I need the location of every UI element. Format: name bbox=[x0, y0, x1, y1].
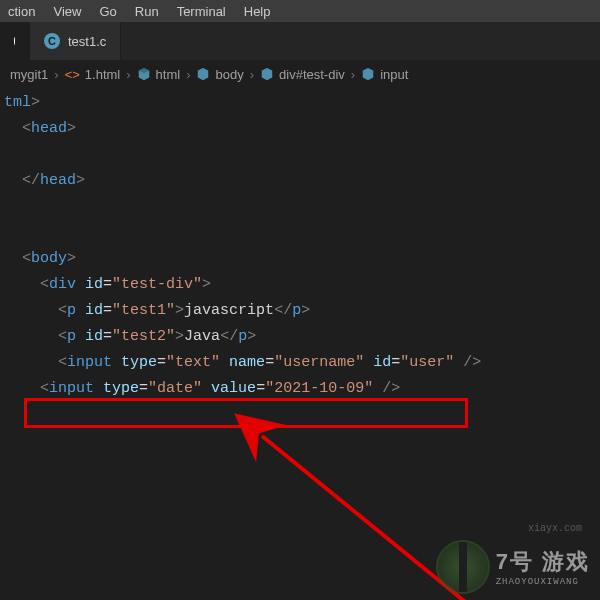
code-line: tml> bbox=[4, 90, 600, 116]
breadcrumb-segment[interactable]: <> 1.html bbox=[65, 67, 121, 82]
menu-item[interactable]: Terminal bbox=[177, 4, 226, 19]
code-line-highlighted: <input type="date" value="2021-10-09" /> bbox=[4, 376, 600, 402]
breadcrumb-segment[interactable]: html bbox=[137, 67, 181, 82]
menu-item[interactable]: Run bbox=[135, 4, 159, 19]
tab-label: test1.c bbox=[68, 34, 106, 49]
file-icon: <> bbox=[65, 67, 80, 82]
annotation-arrow-icon bbox=[250, 424, 530, 600]
symbol-icon bbox=[260, 67, 274, 81]
chevron-right-icon: › bbox=[250, 67, 254, 82]
code-line: <div id="test-div"> bbox=[4, 272, 600, 298]
watermark-url: xiayx.com bbox=[528, 523, 582, 534]
menu-item[interactable]: Help bbox=[244, 4, 271, 19]
watermark-logo-icon bbox=[436, 540, 490, 594]
symbol-icon bbox=[196, 67, 210, 81]
symbol-icon bbox=[361, 67, 375, 81]
tab-bar: C test1.c bbox=[0, 22, 600, 60]
chevron-right-icon: › bbox=[351, 67, 355, 82]
breadcrumb: mygit1 › <> 1.html › html › body › div#t… bbox=[0, 60, 600, 88]
menu-item[interactable]: Go bbox=[99, 4, 116, 19]
code-line: <p id="test2">Java</p> bbox=[4, 324, 600, 350]
watermark: xiayx.com 7号 游戏 ZHAOYOUXIWANG bbox=[436, 540, 590, 594]
code-editor[interactable]: tml> <head> </head> <body> <div id="test… bbox=[0, 88, 600, 402]
code-line: <p id="test1">javascript</p> bbox=[4, 298, 600, 324]
code-line bbox=[4, 194, 600, 220]
chevron-right-icon: › bbox=[186, 67, 190, 82]
breadcrumb-segment[interactable]: body bbox=[196, 67, 243, 82]
c-file-icon: C bbox=[44, 33, 60, 49]
tab-modified-indicator-icon bbox=[14, 37, 15, 45]
code-line: <head> bbox=[4, 116, 600, 142]
code-line: </head> bbox=[4, 168, 600, 194]
annotation-highlight-box bbox=[24, 398, 468, 428]
menu-item[interactable]: ction bbox=[8, 4, 35, 19]
code-line bbox=[4, 220, 600, 246]
tab-test1c[interactable]: C test1.c bbox=[30, 22, 121, 60]
watermark-text-en: ZHAOYOUXIWANG bbox=[496, 577, 579, 587]
code-line: <input type="text" name="username" id="u… bbox=[4, 350, 600, 376]
watermark-text-cn: 7号 游戏 bbox=[496, 547, 590, 577]
breadcrumb-segment[interactable]: input bbox=[361, 67, 408, 82]
menu-item[interactable]: View bbox=[53, 4, 81, 19]
symbol-icon bbox=[137, 67, 151, 81]
chevron-right-icon: › bbox=[54, 67, 58, 82]
code-line: <body> bbox=[4, 246, 600, 272]
breadcrumb-segment[interactable]: div#test-div bbox=[260, 67, 345, 82]
chevron-right-icon: › bbox=[126, 67, 130, 82]
tab-active[interactable] bbox=[0, 22, 30, 60]
code-line bbox=[4, 142, 600, 168]
svg-line-0 bbox=[262, 436, 480, 600]
breadcrumb-segment[interactable]: mygit1 bbox=[10, 67, 48, 82]
menu-bar: ction View Go Run Terminal Help bbox=[0, 0, 600, 22]
